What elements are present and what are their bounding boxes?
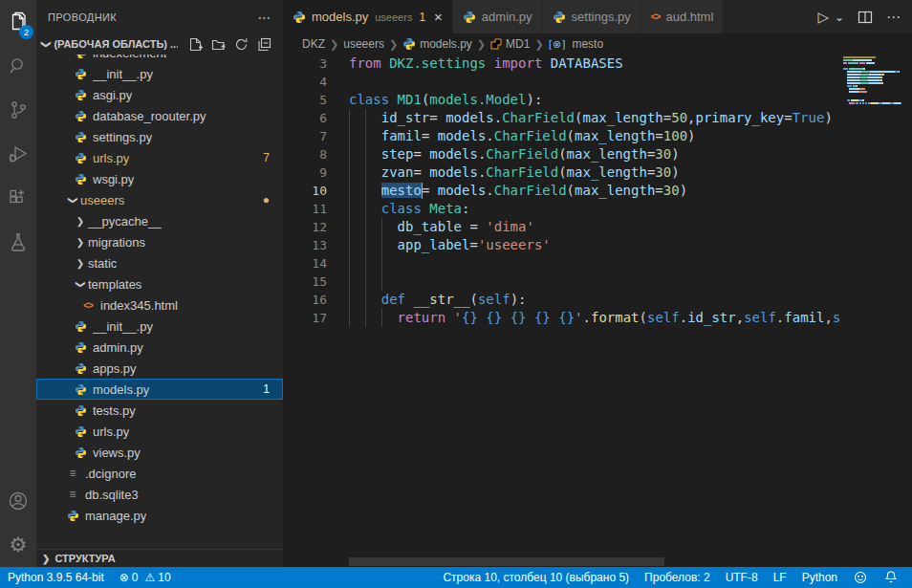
code-line-text[interactable]: def __str__(self):: [349, 291, 526, 309]
tree-file-wsgi-py[interactable]: wsgi.py: [36, 168, 283, 189]
tree-file-settings-py[interactable]: settings.py: [36, 126, 283, 147]
close-icon[interactable]: ×: [434, 10, 443, 24]
tree-file--dcignore[interactable]: ≡.dcignore: [36, 463, 283, 484]
status-encoding[interactable]: UTF-8: [718, 567, 766, 588]
line-number[interactable]: 7: [283, 127, 327, 145]
indent-guide: [349, 254, 350, 272]
tree-file-views-py[interactable]: views.py: [36, 442, 283, 463]
refresh-icon[interactable]: [234, 37, 249, 52]
activitybar-item-testing[interactable]: [0, 220, 36, 264]
code-editor[interactable]: 3from DKZ.settings import DATABASES45cla…: [283, 54, 841, 567]
line-number[interactable]: 4: [283, 73, 327, 91]
minimap[interactable]: [841, 54, 902, 567]
code-line-text[interactable]: famil= models.CharField(max_length=100): [349, 127, 696, 145]
tree-file-admin-py[interactable]: admin.py: [36, 337, 283, 358]
tree-file-urls-py[interactable]: urls.py: [36, 421, 283, 442]
breadcrumb-item-useeers[interactable]: useeers: [343, 37, 384, 51]
workspace-section-header[interactable]: ❯ (РАБОЧАЯ ОБЛАСТЬ) ...: [36, 33, 283, 54]
status-language-mode[interactable]: Python: [794, 567, 845, 588]
activitybar-item-explorer[interactable]: 2: [0, 0, 36, 44]
py-file-icon: [73, 87, 88, 102]
code-line-text[interactable]: app_label='useeers': [349, 236, 551, 254]
tree-file-index345-html[interactable]: <>index345.html: [36, 294, 283, 316]
code-line-text[interactable]: return '{} {} {} {} {}'.format(self.id_s…: [349, 309, 840, 327]
gear-icon: ⚙: [10, 534, 28, 556]
tree-folder-templates[interactable]: ❯templates: [36, 273, 283, 294]
status-indentation[interactable]: Пробелов: 2: [637, 567, 718, 588]
tab-admin-py[interactable]: admin.py: [453, 0, 542, 33]
breadcrumb-item-md1[interactable]: MD1: [490, 37, 530, 51]
line-number[interactable]: 3: [283, 54, 327, 73]
line-number[interactable]: 9: [283, 163, 327, 182]
tree-folder-useeers[interactable]: ❯useeers●: [36, 189, 283, 210]
tree-file-asgi-py[interactable]: asgi.py: [36, 84, 283, 105]
split-editor-button[interactable]: [858, 10, 873, 25]
tab-models-py[interactable]: models.pyuseeers1×: [283, 0, 452, 33]
activitybar-item-run-debug[interactable]: [0, 132, 36, 176]
status-python-version[interactable]: Python 3.9.5 64-bit: [0, 567, 112, 588]
tab-aud-html[interactable]: <>aud.html: [641, 0, 724, 33]
run-dropdown[interactable]: ⌄: [835, 11, 844, 24]
tree-file-apps-py[interactable]: apps.py: [36, 358, 283, 379]
activitybar-item-accounts[interactable]: [0, 479, 36, 523]
status-cursor-position[interactable]: Строка 10, столбец 10 (выбрано 5): [435, 567, 637, 588]
status-notifications[interactable]: [876, 567, 906, 588]
tree-file--init-py[interactable]: __init__.py: [36, 316, 283, 337]
status-eol[interactable]: LF: [766, 567, 794, 588]
tab-settings-py[interactable]: settings.py: [543, 0, 641, 33]
line-number[interactable]: 16: [283, 291, 327, 309]
tree-folder-migrations[interactable]: ❯migrations: [36, 231, 283, 252]
code-line-text[interactable]: from DKZ.settings import DATABASES: [349, 54, 623, 73]
breadcrumb-item-models-py[interactable]: models.py: [402, 37, 472, 51]
tree-folder-static[interactable]: ❯static: [36, 252, 283, 273]
indent-guide: [365, 182, 366, 200]
line-number[interactable]: 6: [283, 109, 327, 127]
activitybar-item-extensions[interactable]: [0, 176, 36, 220]
tree-file-db-sqlite3[interactable]: ≡db.sqlite3: [36, 484, 283, 505]
collapse-all-icon[interactable]: [257, 37, 271, 52]
outline-section-header[interactable]: ❯ СТРУКТУРА: [36, 549, 283, 567]
code-line-text[interactable]: zvan= models.CharField(max_length=30): [349, 163, 680, 182]
line-number[interactable]: 12: [283, 218, 327, 236]
file-icon: ≡: [69, 488, 76, 501]
tree-file-indexelement[interactable]: indexelement: [36, 54, 283, 63]
status-problems[interactable]: ⊗0⚠10: [112, 567, 179, 588]
new-folder-icon[interactable]: [211, 37, 226, 52]
breadcrumb-item-mesto[interactable]: [⊗]mesto: [549, 37, 604, 51]
code-line-text[interactable]: db_table = 'dima': [349, 218, 534, 236]
code-line-text[interactable]: mesto= models.CharField(max_length=30): [349, 182, 687, 200]
breadcrumb-item-dkz[interactable]: DKZ: [302, 37, 325, 51]
more-actions-button[interactable]: ⋯: [886, 9, 901, 26]
code-line-text[interactable]: class MD1(models.Model):: [349, 91, 542, 109]
line-number[interactable]: 11: [283, 200, 327, 218]
new-file-icon[interactable]: [188, 37, 203, 52]
run-button[interactable]: ▷: [817, 9, 829, 26]
minimap-line: [843, 59, 872, 61]
line-number[interactable]: 5: [283, 91, 327, 109]
tree-file--init-py[interactable]: __init__.py: [36, 63, 283, 84]
tree-file-models-py[interactable]: models.py1: [36, 379, 283, 400]
tree-file-tests-py[interactable]: tests.py: [36, 400, 283, 421]
more-actions-icon[interactable]: ⋯: [258, 10, 271, 25]
breadcrumb-label: DKZ: [302, 37, 325, 51]
line-number[interactable]: 8: [283, 145, 327, 163]
tree-item-label: __init__.py: [93, 67, 153, 81]
activitybar-item-search[interactable]: [0, 44, 36, 88]
tree-file-manage-py[interactable]: manage.py: [36, 505, 283, 526]
code-line-text[interactable]: id_str= models.CharField(max_length=50,p…: [349, 109, 833, 127]
line-number[interactable]: 13: [283, 236, 327, 254]
code-line-text[interactable]: class Meta:: [349, 200, 469, 218]
activitybar-item-source-control[interactable]: [0, 88, 36, 132]
tree-file-database-roouter-py[interactable]: database_roouter.py: [36, 105, 283, 126]
tree-file-urls-py[interactable]: urls.py7: [36, 147, 283, 168]
activitybar-item-settings[interactable]: ⚙: [0, 523, 36, 567]
status-feedback[interactable]: [845, 567, 876, 588]
line-number[interactable]: 14: [283, 254, 327, 272]
code-line-text[interactable]: step= models.CharField(max_length=30): [349, 145, 680, 163]
tree-item-label: migrations: [88, 235, 145, 250]
line-number[interactable]: 15: [283, 272, 327, 291]
line-number[interactable]: 10: [283, 182, 327, 200]
horizontal-scrollbar[interactable]: [349, 557, 664, 566]
line-number[interactable]: 17: [283, 309, 327, 327]
tree-folder--pycache-[interactable]: ❯__pycache__: [36, 210, 283, 231]
